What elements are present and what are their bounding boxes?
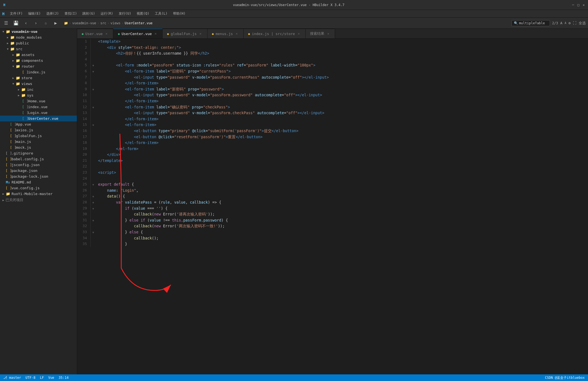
line-content[interactable]: callback(new Error('两次输入密码不一致!'));: [96, 223, 588, 229]
line-content[interactable]: export default {: [96, 182, 588, 188]
sidebar-item-mock[interactable]: ▶ [ ] mock.js: [0, 145, 77, 150]
line-content[interactable]: }: [96, 241, 588, 247]
line-content[interactable]: [96, 176, 588, 182]
menu-view[interactable]: 视图(Q): [134, 11, 152, 17]
fold-indicator[interactable]: ▼: [92, 88, 94, 91]
fold-indicator[interactable]: ▼: [92, 64, 94, 67]
forward-button[interactable]: ›: [32, 19, 40, 27]
tab-user-vue-close[interactable]: ✕: [104, 31, 109, 36]
sidebar-item-views[interactable]: ▼ 📁 views: [0, 81, 77, 87]
sidebar-item-package-lock[interactable]: ▶ [ ] package-lock.json: [0, 174, 77, 179]
sidebar-item-components[interactable]: ▶ 📁 components: [0, 58, 77, 63]
line-content[interactable]: <el-form-item label="新密码" prop="password…: [96, 86, 588, 92]
line-content[interactable]: [96, 164, 588, 170]
fold-indicator[interactable]: ▼: [92, 207, 94, 210]
line-content[interactable]: data() {: [96, 193, 588, 199]
font-size-icon2[interactable]: A: [565, 22, 566, 25]
sidebar-root[interactable]: ▼ 📁 vueadmin-vue: [0, 29, 77, 34]
menu-select[interactable]: 选择(J): [44, 11, 61, 17]
run-button[interactable]: ▶: [52, 19, 60, 27]
tab-search-results[interactable]: 搜索结果 ✕: [306, 29, 335, 38]
tab-index-store[interactable]: ◆ index.js | src/store ✕: [244, 29, 306, 38]
sidebar-item-src[interactable]: ▼ 📁 src: [0, 46, 77, 52]
sidebar-item-axios[interactable]: ▶ [ ] axios.js: [0, 127, 77, 133]
line-content[interactable]: } else if (value !== this.passForm.passw…: [96, 217, 588, 223]
maximize-icon[interactable]: □: [578, 3, 579, 7]
line-content[interactable]: </el-form-item>: [96, 98, 588, 104]
sidebar-item-public[interactable]: ▶ 📁 public: [0, 40, 77, 46]
sidebar-item-node-modules[interactable]: ▶ 📁 node_modules: [0, 34, 77, 40]
tab-user-vue[interactable]: ◆ User.vue ✕: [77, 29, 113, 38]
sidebar-toggle-button[interactable]: ☰: [2, 19, 10, 27]
select-all-label[interactable]: 全选: [579, 21, 586, 26]
fold-indicator[interactable]: ▼: [92, 231, 94, 234]
menu-goto[interactable]: 跳转(G): [80, 11, 97, 17]
sidebar-item-login-vue[interactable]: ▶ [ ] Login.vue: [0, 110, 77, 116]
sidebar-item-babel[interactable]: ▶ [ ] babel.config.js: [0, 156, 77, 162]
sidebar-item-gitignore[interactable]: ▶ [ ] .gitignore: [0, 150, 77, 156]
line-content[interactable]: <h2>你好！{{ userInfo.username }} 同学</h2>: [96, 50, 588, 57]
breadcrumb-views[interactable]: views: [110, 21, 120, 25]
sidebar-item-globalfun[interactable]: ▶ [ ] globalFun.js: [0, 133, 77, 139]
tab-usercenter-vue-close[interactable]: ✕: [153, 31, 158, 36]
menu-help[interactable]: 帮助(H): [171, 11, 188, 17]
breadcrumb-project[interactable]: vueadmin-vue: [72, 21, 96, 25]
line-content[interactable]: <el-button @click="resetForm('passForm')…: [96, 134, 588, 140]
sidebar-item-router-index[interactable]: ▶ [ ] index.js: [0, 69, 77, 75]
sidebar-item-vue-config[interactable]: ▶ [ ] vue.config.js: [0, 185, 77, 191]
line-content[interactable]: </el-form-item>: [96, 140, 588, 146]
fold-indicator[interactable]: ▼: [92, 219, 94, 222]
fold-indicator[interactable]: ▼: [92, 124, 94, 127]
line-content[interactable]: callback(new Error('请再次输入密码'));: [96, 211, 588, 217]
sidebar-item-readme[interactable]: ▶ M↓ README.md: [0, 179, 77, 185]
line-content[interactable]: <el-form :model="passForm" status-icon :…: [96, 62, 588, 68]
bookmark-button[interactable]: ☆: [42, 19, 50, 27]
sidebar-item-index-vue[interactable]: ▶ [ ] index.vue: [0, 104, 77, 110]
tab-menus-js[interactable]: ◆ menus.js ✕: [207, 29, 244, 38]
tab-globalfun-js[interactable]: ◆ globalFun.js ✕: [163, 29, 207, 38]
tab-search-results-close[interactable]: ✕: [326, 31, 330, 36]
search-box[interactable]: 🔍 multipleTable: [511, 20, 550, 26]
line-content[interactable]: <div style="text-align: center;">: [96, 45, 588, 51]
back-button[interactable]: ‹: [22, 19, 30, 27]
line-content[interactable]: <script>: [96, 170, 588, 176]
sidebar-item-closed-projects[interactable]: ▶ 已关闭项目: [0, 197, 77, 203]
fold-indicator[interactable]: ▼: [92, 195, 94, 198]
menu-find[interactable]: 查找(I): [62, 11, 79, 17]
line-content[interactable]: </div>: [96, 152, 588, 158]
close-icon[interactable]: ✕: [583, 3, 585, 7]
line-content[interactable]: </template>: [96, 158, 588, 164]
minimize-icon[interactable]: ─: [572, 3, 574, 7]
menu-tools[interactable]: 工具(L): [153, 11, 170, 17]
menu-run[interactable]: 运行(R): [98, 11, 115, 17]
sidebar-item-store[interactable]: ▶ 📁 store: [0, 75, 77, 81]
settings-icon[interactable]: ⚙: [568, 21, 571, 25]
sidebar-item-home-vue[interactable]: ▶ [ ] Home.vue: [0, 98, 77, 104]
line-content[interactable]: if (value === '') {: [96, 206, 588, 212]
sidebar-item-jsconfig[interactable]: ▶ [ ] jsconfig.json: [0, 162, 77, 168]
sidebar-item-sys[interactable]: ▶ 📁 sys: [0, 92, 77, 98]
line-content[interactable]: [96, 57, 588, 63]
fold-indicator[interactable]: ▼: [92, 70, 94, 73]
sidebar-item-assets[interactable]: ▶ 📁 assets: [0, 52, 77, 58]
fold-indicator[interactable]: ▼: [92, 183, 94, 186]
sidebar-item-inc[interactable]: ▶ 📁 inc: [0, 87, 77, 92]
sidebar-item-router[interactable]: ▼ 📁 router: [0, 63, 77, 69]
line-content[interactable]: <template>: [96, 39, 588, 45]
line-content[interactable]: <el-button type="primary" @click="submit…: [96, 128, 588, 134]
line-content[interactable]: <el-form-item label="旧密码" prop="currentP…: [96, 68, 588, 74]
line-content[interactable]: <el-input type="password" v-model="passF…: [96, 74, 588, 81]
line-content[interactable]: </el-form-item>: [96, 80, 588, 86]
tab-menus-js-close[interactable]: ✕: [234, 31, 239, 36]
menu-publish[interactable]: 发行(U): [117, 11, 134, 17]
fold-indicator[interactable]: ▼: [92, 201, 94, 204]
code-editor[interactable]: 1<template>2 <div style="text-align: cen…: [77, 39, 588, 374]
tab-index-store-close[interactable]: ✕: [296, 31, 301, 36]
sidebar-item-main[interactable]: ▶ [ ] main.js: [0, 139, 77, 145]
font-size-icon[interactable]: A: [560, 21, 562, 25]
menu-edit[interactable]: 编辑(E): [26, 11, 43, 17]
breadcrumb-src[interactable]: src: [100, 21, 106, 25]
line-content[interactable]: <el-form-item>: [96, 122, 588, 128]
tab-usercenter-vue[interactable]: ◆ UserCenter.vue ✕: [113, 29, 162, 38]
breadcrumb-file[interactable]: UserCenter.vue: [125, 21, 152, 25]
